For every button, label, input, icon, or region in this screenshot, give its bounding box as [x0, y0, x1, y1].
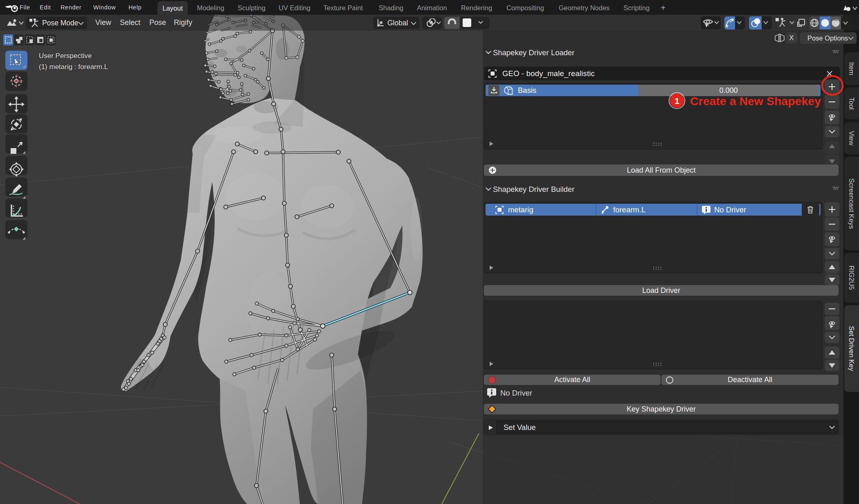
svg-text:1: 1: [675, 96, 679, 106]
